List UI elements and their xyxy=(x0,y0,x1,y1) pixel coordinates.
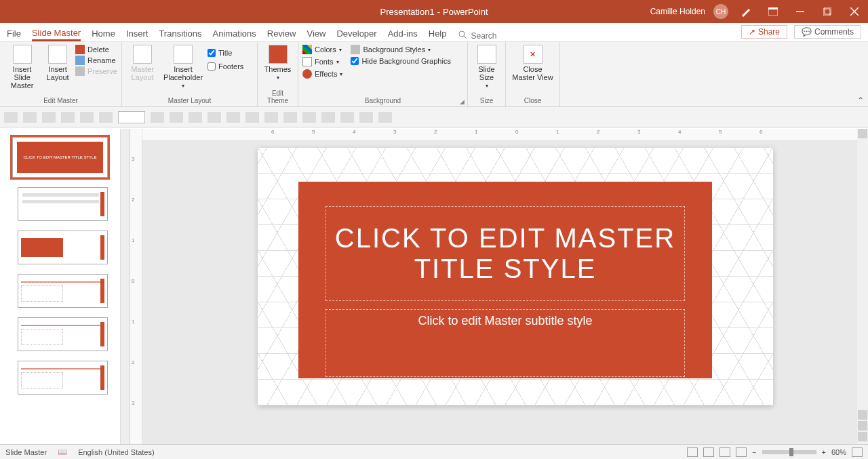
qt-icon[interactable] xyxy=(4,112,18,123)
qt-icon[interactable] xyxy=(80,112,94,123)
hide-bg-checkbox[interactable]: Hide Background Graphics xyxy=(351,57,450,65)
tab-insert[interactable]: Insert xyxy=(126,28,149,41)
themes-icon xyxy=(269,45,288,64)
qt-icon[interactable] xyxy=(170,112,183,123)
themes-button[interactable]: Themes ▾ xyxy=(262,45,294,81)
zoom-out-button[interactable]: − xyxy=(752,448,756,456)
qt-icon[interactable] xyxy=(359,112,373,123)
group-label-master-layout: Master Layout xyxy=(126,97,253,106)
insert-slide-master-button[interactable]: Insert Slide Master xyxy=(4,45,40,89)
slide-canvas[interactable]: CLICK TO EDIT MASTER TITLE STYLE Click t… xyxy=(258,148,773,405)
effects-button[interactable]: Effects▾ xyxy=(302,69,342,79)
qt-icon[interactable] xyxy=(189,112,202,123)
slide-size-button[interactable]: Slide Size ▾ xyxy=(472,45,501,89)
background-dialog-launcher[interactable]: ◢ xyxy=(460,98,465,105)
preserve-button[interactable]: Preserve xyxy=(75,66,117,76)
qt-icon[interactable] xyxy=(42,112,56,123)
close-master-view-button[interactable]: ✕ Close Master View xyxy=(510,45,555,81)
group-label-edit-theme: Edit Theme xyxy=(262,89,294,106)
tab-view[interactable]: View xyxy=(307,28,326,41)
tab-help[interactable]: Help xyxy=(429,28,447,41)
qt-icon[interactable] xyxy=(99,112,113,123)
comments-button[interactable]: 💬 Comments xyxy=(794,25,861,39)
scroll-up-icon[interactable] xyxy=(858,129,867,138)
chevron-down-icon: ▾ xyxy=(486,83,488,89)
zoom-in-button[interactable]: + xyxy=(822,448,826,456)
layout-thumb[interactable] xyxy=(18,274,108,308)
reading-view-icon[interactable] xyxy=(719,447,730,457)
tab-file[interactable]: File xyxy=(7,28,21,41)
qt-icon[interactable] xyxy=(245,112,259,123)
background-styles-button[interactable]: Background Styles▾ xyxy=(351,45,450,54)
slide-master-thumb[interactable]: CLICK TO EDIT MASTER TITLE STYLE xyxy=(12,137,108,178)
qt-icon[interactable] xyxy=(23,112,37,123)
tab-review[interactable]: Review xyxy=(267,28,296,41)
next-slide-icon[interactable] xyxy=(858,432,867,441)
slide-size-icon xyxy=(477,45,496,64)
tab-addins[interactable]: Add-ins xyxy=(388,28,418,41)
status-language[interactable]: English (United States) xyxy=(78,448,155,456)
rename-icon xyxy=(75,56,85,65)
tab-developer[interactable]: Developer xyxy=(336,28,376,41)
draw-mode-icon[interactable] xyxy=(736,2,755,21)
qt-icon[interactable] xyxy=(340,112,354,123)
slideshow-view-icon[interactable] xyxy=(736,447,747,457)
zoom-level[interactable]: 60% xyxy=(831,448,846,456)
title-placeholder[interactable]: CLICK TO EDIT MASTER TITLE STYLE xyxy=(326,206,685,301)
zoom-slider[interactable] xyxy=(762,450,816,454)
delete-icon xyxy=(75,45,85,54)
chevron-down-icon: ▾ xyxy=(182,83,184,89)
qt-icon[interactable] xyxy=(321,112,335,123)
scroll-down-icon[interactable] xyxy=(858,410,867,420)
insert-layout-button[interactable]: Insert Layout xyxy=(43,45,73,81)
tab-home[interactable]: Home xyxy=(92,28,115,41)
delete-button[interactable]: Delete xyxy=(75,45,117,54)
ribbon-display-icon[interactable] xyxy=(764,2,783,21)
sorter-view-icon[interactable] xyxy=(703,447,714,457)
group-label-close: Close xyxy=(510,97,555,106)
qt-icon[interactable] xyxy=(208,112,221,123)
rename-button[interactable]: Rename xyxy=(75,56,117,65)
main-scrollbar[interactable] xyxy=(857,129,868,444)
tab-animations[interactable]: Animations xyxy=(213,28,256,41)
qt-icon[interactable] xyxy=(264,112,278,123)
maximize-button[interactable] xyxy=(818,2,837,21)
qt-icon[interactable] xyxy=(378,112,392,123)
qt-icon[interactable] xyxy=(151,112,164,123)
insert-placeholder-button[interactable]: Insert Placeholder ▾ xyxy=(161,45,205,89)
status-bar: Slide Master 📖 English (United States) −… xyxy=(0,444,868,459)
qt-select[interactable] xyxy=(118,111,145,123)
layout-icon xyxy=(48,45,67,64)
fit-window-icon[interactable] xyxy=(852,447,863,457)
tab-transitions[interactable]: Transitions xyxy=(159,28,201,41)
title-checkbox[interactable]: Title xyxy=(208,49,243,57)
normal-view-icon[interactable] xyxy=(687,447,698,457)
tab-slide-master[interactable]: Slide Master xyxy=(32,28,81,41)
subtitle-placeholder[interactable]: Click to edit Master subtitle style xyxy=(326,309,685,377)
footers-checkbox[interactable]: Footers xyxy=(208,62,243,71)
qt-icon[interactable] xyxy=(61,112,75,123)
horizontal-ruler: 6 5 4 3 2 1 0 1 2 3 4 5 6 xyxy=(142,129,857,141)
preserve-icon xyxy=(75,66,85,76)
close-button[interactable] xyxy=(845,2,864,21)
quick-toolbar xyxy=(0,107,868,127)
thumbnail-scrollbar[interactable] xyxy=(120,129,130,444)
layout-thumb[interactable] xyxy=(18,187,108,221)
search-label: Search xyxy=(471,31,497,41)
layout-thumb[interactable] xyxy=(18,231,108,264)
share-button[interactable]: ↗ Share xyxy=(741,25,787,39)
vertical-ruler: 3 2 1 0 1 2 3 xyxy=(130,129,142,444)
qt-icon[interactable] xyxy=(302,112,316,123)
minimize-button[interactable] xyxy=(791,2,810,21)
prev-slide-icon[interactable] xyxy=(858,421,867,431)
colors-button[interactable]: Colors▾ xyxy=(302,45,342,54)
user-avatar[interactable]: CH xyxy=(713,4,728,19)
qt-icon[interactable] xyxy=(226,112,240,123)
layout-thumb[interactable] xyxy=(18,317,108,351)
fonts-button[interactable]: Fonts▾ xyxy=(302,57,342,66)
collapse-ribbon-button[interactable]: ⌃ xyxy=(857,96,864,105)
layout-thumb[interactable] xyxy=(18,361,108,395)
spellcheck-icon[interactable]: 📖 xyxy=(58,447,67,456)
tell-me-search[interactable]: Search xyxy=(458,30,497,41)
qt-icon[interactable] xyxy=(283,112,297,123)
